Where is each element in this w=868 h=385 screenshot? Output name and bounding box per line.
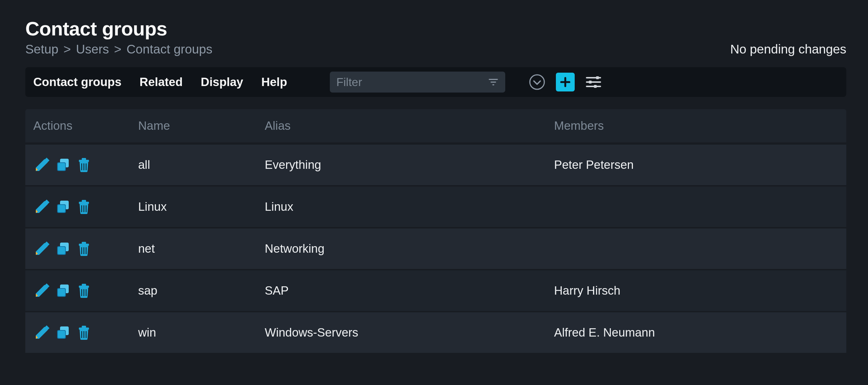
clone-icon — [55, 324, 71, 341]
pencil-icon — [34, 282, 50, 299]
table-row: netNetworking — [25, 228, 846, 269]
table-row: allEverythingPeter Petersen — [25, 145, 846, 185]
settings-sliders-button[interactable] — [584, 73, 603, 91]
trash-icon — [76, 324, 92, 341]
breadcrumb-users[interactable]: Users — [76, 42, 109, 56]
delete-button[interactable] — [75, 240, 93, 257]
pencil-icon — [34, 240, 50, 257]
cell-alias: Everything — [265, 158, 554, 172]
toolbar: Contact groups Related Display Help — [25, 67, 846, 97]
cell-name: all — [138, 158, 265, 172]
trash-icon — [76, 282, 92, 299]
clone-icon — [55, 240, 71, 257]
svg-rect-11 — [594, 85, 597, 88]
chevron-right-icon: > — [114, 42, 121, 56]
table-row: sapSAPHarry Hirsch — [25, 270, 846, 311]
menu-related[interactable]: Related — [140, 75, 183, 89]
trash-icon — [76, 240, 92, 257]
table-header: Actions Name Alias Members — [25, 109, 846, 142]
cell-alias: SAP — [265, 284, 554, 298]
cell-name: net — [138, 242, 265, 256]
menu-contact-groups[interactable]: Contact groups — [33, 75, 122, 89]
actions-cell — [33, 282, 138, 299]
clone-icon — [55, 198, 71, 215]
col-actions: Actions — [33, 119, 138, 133]
clone-button[interactable] — [54, 282, 72, 299]
delete-button[interactable] — [75, 324, 93, 341]
cell-alias: Linux — [265, 200, 554, 214]
edit-button[interactable] — [33, 156, 51, 174]
clone-button[interactable] — [54, 156, 72, 174]
filter-input[interactable] — [336, 76, 474, 89]
breadcrumb: Setup > Users > Contact groups — [25, 42, 212, 56]
actions-cell — [33, 198, 138, 215]
clone-icon — [55, 282, 71, 299]
add-button[interactable] — [556, 73, 575, 91]
clone-icon — [55, 157, 71, 173]
cell-members: Peter Petersen — [554, 158, 838, 172]
cell-name: Linux — [138, 200, 265, 214]
breadcrumb-setup[interactable]: Setup — [25, 42, 58, 56]
edit-button[interactable] — [33, 240, 51, 257]
col-members[interactable]: Members — [554, 119, 838, 133]
actions-cell — [33, 240, 138, 257]
cell-name: win — [138, 326, 265, 339]
cell-alias: Networking — [265, 242, 554, 256]
edit-button[interactable] — [33, 282, 51, 299]
cell-alias: Windows-Servers — [265, 326, 554, 339]
breadcrumb-contact-groups[interactable]: Contact groups — [127, 42, 212, 56]
pencil-icon — [34, 157, 50, 173]
delete-button[interactable] — [75, 156, 93, 174]
table-row: LinuxLinux — [25, 187, 846, 227]
cell-members: Alfred E. Neumann — [554, 326, 838, 339]
col-alias[interactable]: Alias — [265, 119, 554, 133]
contact-groups-table: Actions Name Alias Members allEverything… — [25, 109, 846, 353]
trash-icon — [76, 198, 92, 215]
actions-cell — [33, 156, 138, 174]
collapse-toggle-button[interactable] — [528, 73, 546, 91]
filter-box[interactable] — [330, 72, 505, 93]
clone-button[interactable] — [54, 240, 72, 257]
pencil-icon — [34, 198, 50, 215]
svg-rect-10 — [589, 81, 592, 84]
trash-icon — [76, 157, 92, 173]
pending-changes-status[interactable]: No pending changes — [730, 42, 846, 56]
cell-members: Harry Hirsch — [554, 284, 838, 298]
clone-button[interactable] — [54, 198, 72, 215]
cell-name: sap — [138, 284, 265, 298]
svg-rect-9 — [596, 76, 599, 79]
edit-button[interactable] — [33, 324, 51, 341]
col-name[interactable]: Name — [138, 119, 265, 133]
page-title: Contact groups — [25, 17, 846, 40]
filter-icon[interactable] — [488, 77, 499, 87]
delete-button[interactable] — [75, 282, 93, 299]
clone-button[interactable] — [54, 324, 72, 341]
delete-button[interactable] — [75, 198, 93, 215]
pencil-icon — [34, 324, 50, 341]
svg-point-3 — [530, 75, 544, 89]
chevron-right-icon: > — [63, 42, 71, 56]
edit-button[interactable] — [33, 198, 51, 215]
actions-cell — [33, 324, 138, 341]
menu-help[interactable]: Help — [261, 75, 287, 89]
table-row: winWindows-ServersAlfred E. Neumann — [25, 312, 846, 353]
menu-display[interactable]: Display — [201, 75, 243, 89]
